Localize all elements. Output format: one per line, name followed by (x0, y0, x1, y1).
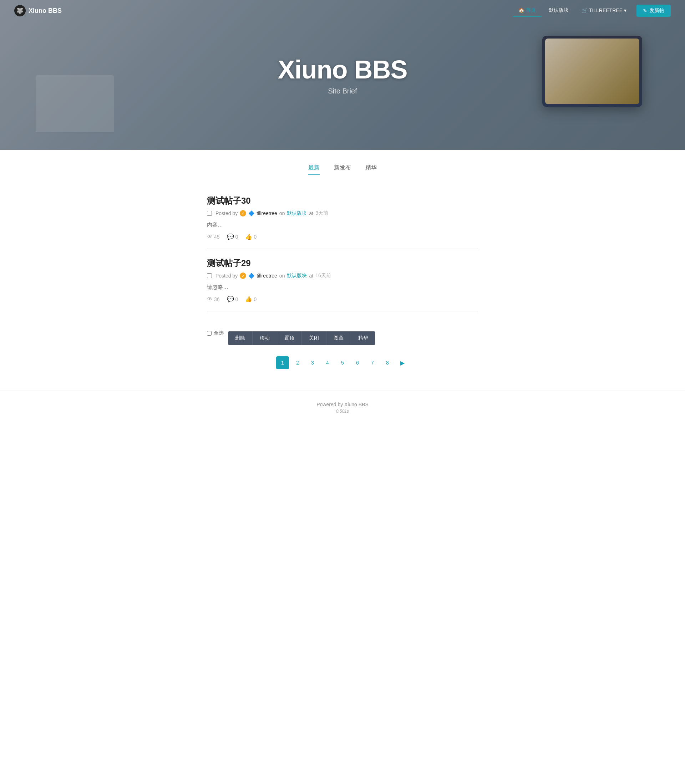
at-label-2: at (309, 273, 313, 279)
brand-name: Xiuno BBS (29, 7, 62, 15)
navbar: 🐺 Xiuno BBS 🏠 首页 默认版块 🛒 TILLREETREE ▾ ✎ … (0, 0, 685, 21)
post-author-2[interactable]: tillreetree (256, 273, 277, 279)
comment-icon-2: 💬 (227, 296, 234, 303)
views-stat-2: 👁 36 (207, 296, 220, 303)
on-label-2: on (279, 273, 285, 279)
author-badge-diamond-1: 🔷 (248, 211, 254, 216)
eye-icon-2: 👁 (207, 296, 213, 303)
likes-count-2: 0 (254, 296, 256, 302)
bulk-actions-bar: 删除 移动 置顶 关闭 图章 精华 (228, 331, 375, 345)
post-author-1[interactable]: tillreetree (256, 211, 277, 216)
page-button-3[interactable]: 3 (306, 356, 319, 369)
post-board-1[interactable]: 默认版块 (287, 210, 307, 217)
hero-section: Xiuno BBS Site Brief (0, 0, 685, 150)
nav-item-home[interactable]: 🏠 首页 (513, 4, 542, 17)
nav-item-user[interactable]: 🛒 TILLREETREE ▾ (576, 5, 632, 17)
chevron-down-icon: ▾ (624, 8, 627, 13)
page-button-1[interactable]: 1 (276, 356, 289, 369)
views-stat-1: 👁 45 (207, 233, 220, 240)
main-content: 最新 新发布 精华 测试帖子30 Posted by 🔷 tillreetree… (200, 150, 485, 390)
footer-timing: 0.501s (7, 409, 678, 414)
post-title-1[interactable]: 测试帖子30 (207, 195, 478, 207)
comment-icon-1: 💬 (227, 233, 234, 240)
page-button-2[interactable]: 2 (291, 356, 304, 369)
comments-count-2: 0 (235, 296, 238, 302)
on-label-1: on (279, 211, 285, 216)
select-all-wrap: 全选 (207, 330, 224, 336)
views-count-1: 45 (214, 234, 220, 240)
post-excerpt-1: 内容… (207, 222, 478, 228)
select-all-label: 全选 (214, 330, 224, 336)
comments-stat-1: 💬 0 (227, 233, 238, 240)
post-time-2: 16天前 (315, 272, 331, 279)
bulk-pin-button[interactable]: 置顶 (277, 331, 302, 345)
likes-count-1: 0 (254, 234, 256, 240)
page-button-5[interactable]: 5 (336, 356, 349, 369)
post-stats-1: 👁 45 💬 0 👍 0 (207, 233, 478, 240)
select-all-checkbox[interactable] (207, 331, 211, 335)
post-time-1: 3天前 (315, 210, 328, 217)
post-board-2[interactable]: 默认版块 (287, 272, 307, 279)
bulk-featured-button[interactable]: 精华 (351, 331, 375, 345)
post-button[interactable]: ✎ 发新帖 (636, 5, 671, 17)
edit-icon: ✎ (643, 8, 647, 13)
footer-powered-by: Powered by Xiuno BBS (7, 402, 678, 407)
bulk-badge-button[interactable]: 图章 (326, 331, 351, 345)
pagination: 1 2 3 4 5 6 7 8 ▶ (207, 356, 478, 369)
tab-new[interactable]: 新发布 (334, 164, 351, 175)
tab-latest[interactable]: 最新 (308, 164, 320, 175)
tab-featured[interactable]: 精华 (365, 164, 377, 175)
brand-icon: 🐺 (14, 5, 26, 16)
footer: Powered by Xiuno BBS 0.501s (0, 390, 685, 424)
author-badge-diamond-2: 🔷 (248, 273, 254, 279)
comments-stat-2: 💬 0 (227, 296, 238, 303)
like-icon-1: 👍 (245, 233, 252, 240)
hero-content: Xiuno BBS Site Brief (278, 55, 407, 95)
hero-subtitle: Site Brief (278, 87, 407, 95)
post-meta-2: Posted by 🔷 tillreetree on 默认版块 at 16天前 (207, 272, 478, 279)
eye-icon-1: 👁 (207, 233, 213, 240)
brand-logo[interactable]: 🐺 Xiuno BBS (14, 5, 62, 16)
comments-count-1: 0 (235, 234, 238, 240)
page-button-8[interactable]: 8 (381, 356, 394, 369)
post-item: 测试帖子30 Posted by 🔷 tillreetree on 默认版块 a… (207, 186, 478, 249)
cart-icon: 🛒 (581, 8, 588, 13)
page-next-button[interactable]: ▶ (396, 356, 409, 369)
bulk-close-button[interactable]: 关闭 (302, 331, 326, 345)
post-meta-1: Posted by 🔷 tillreetree on 默认版块 at 3天前 (207, 210, 478, 217)
likes-stat-2: 👍 0 (245, 296, 256, 303)
post-checkbox-1[interactable] (207, 211, 212, 216)
at-label-1: at (309, 211, 313, 216)
like-icon-2: 👍 (245, 296, 252, 303)
post-item-2: 测试帖子29 Posted by 🔷 tillreetree on 默认版块 a… (207, 249, 478, 311)
views-count-2: 36 (214, 296, 220, 302)
page-button-7[interactable]: 7 (366, 356, 379, 369)
bulk-delete-button[interactable]: 删除 (228, 331, 253, 345)
likes-stat-1: 👍 0 (245, 233, 256, 240)
page-button-4[interactable]: 4 (321, 356, 334, 369)
nav-item-board[interactable]: 默认版块 (543, 4, 575, 17)
author-badge-gold-2 (240, 272, 246, 279)
hero-title: Xiuno BBS (278, 55, 407, 84)
post-stats-2: 👁 36 💬 0 👍 0 (207, 296, 478, 303)
page-button-6[interactable]: 6 (351, 356, 364, 369)
home-icon: 🏠 (518, 8, 524, 13)
author-badge-gold-1 (240, 210, 246, 217)
post-title-2[interactable]: 测试帖子29 (207, 258, 478, 269)
post-checkbox-2[interactable] (207, 273, 212, 278)
nav-menu: 🏠 首页 默认版块 🛒 TILLREETREE ▾ ✎ 发新帖 (513, 4, 671, 17)
bulk-actions-row: 全选 删除 移动 置顶 关闭 图章 精华 (207, 321, 478, 345)
posted-by-label-2: Posted by (216, 273, 238, 279)
content-tabs: 最新 新发布 精华 (207, 164, 478, 175)
posted-by-label-1: Posted by (216, 211, 238, 216)
bulk-move-button[interactable]: 移动 (253, 331, 277, 345)
post-excerpt-2: 请忽略… (207, 284, 478, 291)
